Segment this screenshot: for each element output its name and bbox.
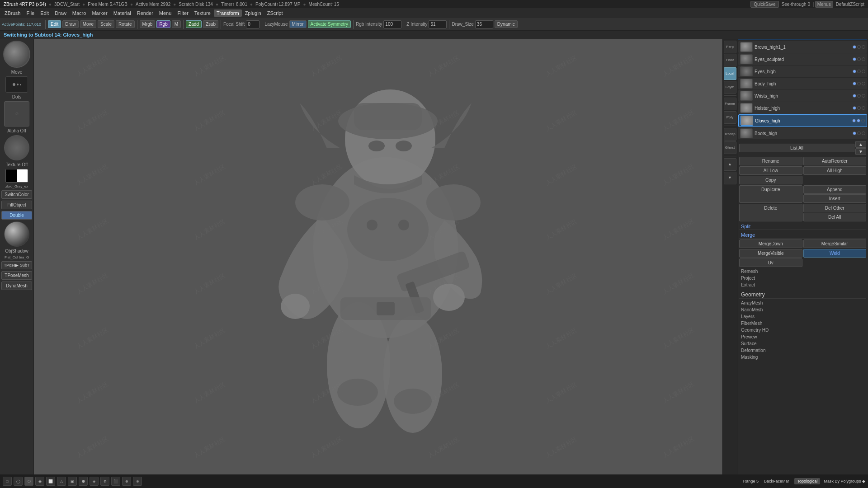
focal-shift-input[interactable] xyxy=(246,20,259,28)
subtool-boots-high[interactable]: Boots_high xyxy=(738,127,867,139)
subtool-gloves-high[interactable]: Gloves_high xyxy=(738,114,867,127)
alpha-preview[interactable]: ∅ xyxy=(4,101,29,127)
default-script[interactable]: DefaultZScript xyxy=(834,2,866,7)
m-btn[interactable]: M xyxy=(172,20,181,28)
pan-down-btn[interactable]: ▼ xyxy=(724,172,736,184)
menu-material[interactable]: Material xyxy=(111,9,134,17)
poly-btn[interactable]: Poly xyxy=(724,111,736,124)
menus-btn[interactable]: Menus xyxy=(815,1,833,8)
menu-zscript[interactable]: ZScript xyxy=(264,9,286,17)
merge-down-btn[interactable]: MergeDown xyxy=(739,239,802,248)
menu-draw[interactable]: Draw xyxy=(52,9,69,17)
menu-filter[interactable]: Filter xyxy=(175,9,191,17)
zadd-btn[interactable]: Zadd xyxy=(186,20,202,28)
subtool-eyes-sculpted[interactable]: Eyes_sculpted xyxy=(738,53,867,65)
mrgb-btn[interactable]: Mrgb xyxy=(140,20,156,28)
merge-visible-btn[interactable]: MergeVisible xyxy=(739,249,802,258)
dynamic-btn[interactable]: Dynamic xyxy=(495,20,518,28)
menu-marker[interactable]: Marker xyxy=(89,9,110,17)
tool-icon-8[interactable]: ⬢ xyxy=(79,477,88,486)
auto-reorder-btn[interactable]: AutoReorder xyxy=(803,157,867,165)
copy-btn[interactable]: Copy xyxy=(739,176,802,184)
scale-btn[interactable]: Scale xyxy=(98,20,114,28)
del-all-btn[interactable]: Del All xyxy=(803,213,867,221)
see-through[interactable]: See-through 0 xyxy=(780,2,812,7)
del-other-btn[interactable]: Del Other xyxy=(803,204,867,212)
local-btn[interactable]: Local xyxy=(724,67,736,80)
tool-icon-10[interactable]: ⟰ xyxy=(100,477,109,486)
append-btn[interactable]: Append xyxy=(803,185,867,194)
color-box[interactable] xyxy=(5,169,28,183)
dyna-mesh-btn[interactable]: DynaMesh xyxy=(1,282,32,290)
subtool-body-high[interactable]: Body_high xyxy=(738,78,867,89)
mirror-btn[interactable]: Mirror xyxy=(289,20,307,28)
weld-btn[interactable]: Weld xyxy=(803,249,867,258)
subtool-holster-high[interactable]: Holster_high xyxy=(738,102,867,114)
menu-texture[interactable]: Texture xyxy=(192,9,213,17)
floor-btn[interactable]: Floor xyxy=(724,54,736,66)
menu-zbrush[interactable]: ZBrush xyxy=(2,9,23,17)
uv-btn[interactable]: Uv xyxy=(739,258,802,267)
3d-viewport[interactable] xyxy=(34,39,737,474)
canvas-area[interactable]: 人人素材社区 人人素材社区 人人素材社区 人人素材社区 人人素材社区 人人素材社… xyxy=(34,39,737,474)
transp-btn[interactable]: Transp xyxy=(724,128,736,141)
subtool-brows[interactable]: Brows_high1_1 xyxy=(738,41,867,53)
double-btn[interactable]: Double xyxy=(1,211,32,220)
subtool-eyes-high[interactable]: Eyes_high xyxy=(738,66,867,77)
tool-icon-9[interactable]: ◈ xyxy=(90,477,99,486)
rgb-btn[interactable]: Rgb xyxy=(156,20,170,28)
delete-btn[interactable]: Delete xyxy=(739,204,802,221)
all-high-btn[interactable]: All High xyxy=(803,166,867,175)
tool-icon-11[interactable]: ⬛ xyxy=(111,477,120,486)
draw-btn[interactable]: Draw xyxy=(62,20,78,28)
tool-icon-1[interactable]: □ xyxy=(3,477,12,486)
move-up-btn[interactable]: ▲ xyxy=(855,141,866,148)
rename-btn[interactable]: Rename xyxy=(739,157,802,165)
tpose-mesh-btn[interactable]: TPoseMesh xyxy=(1,271,32,280)
menu-macro[interactable]: Macro xyxy=(70,9,89,17)
tool-icon-13[interactable]: ⊗ xyxy=(133,477,142,486)
pan-up-btn[interactable]: ▲ xyxy=(724,158,736,171)
menu-file[interactable]: File xyxy=(24,9,37,17)
persp-btn[interactable]: Perp xyxy=(724,41,736,53)
draw-size-input[interactable] xyxy=(475,20,493,28)
ghost-btn[interactable]: Ghost xyxy=(724,141,736,154)
fill-object-btn[interactable]: FillObject xyxy=(1,201,32,209)
switch-color-btn[interactable]: SwitchColor xyxy=(1,190,32,199)
all-low-btn[interactable]: All Low xyxy=(739,166,802,175)
ldym-btn[interactable]: Ldym xyxy=(724,81,736,94)
menu-edit[interactable]: Edit xyxy=(38,9,52,17)
duplicate-btn[interactable]: Duplicate xyxy=(739,185,802,203)
activate-symmetry-btn[interactable]: Activate Symmetry xyxy=(308,20,351,28)
zsub-btn[interactable]: Zsub xyxy=(203,20,218,28)
tool-icon-6[interactable]: △ xyxy=(57,477,66,486)
merge-similar-btn[interactable]: MergeSimilar xyxy=(803,239,867,248)
menu-render[interactable]: Render xyxy=(134,9,156,17)
svg-point-13 xyxy=(396,141,412,151)
tool-icon-5[interactable]: ⬜ xyxy=(46,477,55,486)
rotate-btn[interactable]: Rotate xyxy=(116,20,134,28)
z-intensity-input[interactable] xyxy=(429,20,447,28)
list-all-btn[interactable]: List All xyxy=(739,144,854,152)
dots-preview[interactable] xyxy=(5,76,28,93)
brush-preview[interactable] xyxy=(3,41,30,68)
sphere-preview[interactable] xyxy=(4,221,29,247)
rgb-intensity-input[interactable] xyxy=(383,20,401,28)
menu-zplugin[interactable]: Zplugin xyxy=(242,9,264,17)
edit-btn[interactable]: Edit xyxy=(48,20,61,28)
menu-transform[interactable]: Transform xyxy=(214,9,242,17)
menu-menu[interactable]: Menu xyxy=(156,9,175,17)
tool-icon-12[interactable]: ⊕ xyxy=(122,477,131,486)
tool-icon-7[interactable]: ▣ xyxy=(68,477,77,486)
frame-btn[interactable]: Frame xyxy=(724,98,736,110)
tool-icon-2[interactable]: ◯ xyxy=(14,477,23,486)
subtool-wrists-high[interactable]: Wrists_high xyxy=(738,90,867,102)
tool-icon-3[interactable]: ⬡ xyxy=(24,477,33,486)
tpose-btn[interactable]: TPose▶ SubT xyxy=(1,261,32,269)
move-btn[interactable]: Move xyxy=(80,20,96,28)
texture-preview[interactable] xyxy=(4,135,29,160)
tool-icon-4[interactable]: ◉ xyxy=(35,477,44,486)
quicksave-btn[interactable]: QuickSave xyxy=(750,1,778,8)
insert-btn[interactable]: Insert xyxy=(803,194,867,203)
move-down-btn[interactable]: ▼ xyxy=(855,148,866,155)
